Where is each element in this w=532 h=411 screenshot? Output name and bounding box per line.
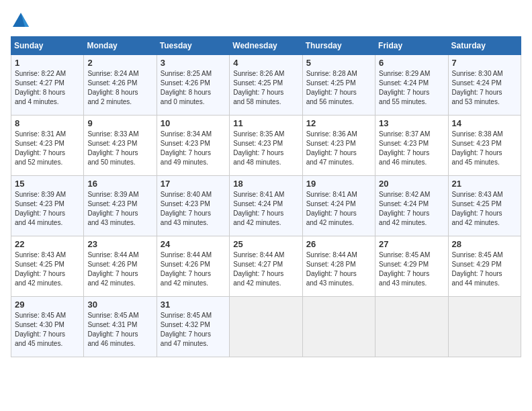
calendar-cell <box>302 297 375 357</box>
day-number: 30 <box>87 300 152 310</box>
day-info: Sunrise: 8:44 AM Sunset: 4:27 PM Dayligh… <box>233 250 298 288</box>
calendar-cell: 13Sunrise: 8:37 AM Sunset: 4:23 PM Dayli… <box>375 116 448 176</box>
day-number: 14 <box>452 118 517 128</box>
calendar-cell: 19Sunrise: 8:41 AM Sunset: 4:24 PM Dayli… <box>302 176 375 236</box>
day-info: Sunrise: 8:45 AM Sunset: 4:29 PM Dayligh… <box>452 250 517 288</box>
col-header-tuesday: Tuesday <box>157 37 229 55</box>
day-info: Sunrise: 8:33 AM Sunset: 4:23 PM Dayligh… <box>87 130 152 167</box>
page-header <box>11 11 521 31</box>
day-info: Sunrise: 8:43 AM Sunset: 4:25 PM Dayligh… <box>452 190 517 228</box>
day-number: 6 <box>379 58 444 68</box>
day-info: Sunrise: 8:31 AM Sunset: 4:23 PM Dayligh… <box>15 130 80 167</box>
logo <box>11 11 34 31</box>
day-number: 23 <box>87 239 152 249</box>
calendar-week-row: 8Sunrise: 8:31 AM Sunset: 4:23 PM Daylig… <box>11 116 521 176</box>
calendar-cell: 20Sunrise: 8:42 AM Sunset: 4:24 PM Dayli… <box>375 176 448 236</box>
day-number: 10 <box>161 118 226 128</box>
day-info: Sunrise: 8:35 AM Sunset: 4:23 PM Dayligh… <box>233 130 298 167</box>
day-info: Sunrise: 8:43 AM Sunset: 4:25 PM Dayligh… <box>15 250 80 288</box>
col-header-sunday: Sunday <box>11 37 84 55</box>
day-info: Sunrise: 8:44 AM Sunset: 4:26 PM Dayligh… <box>161 250 226 288</box>
day-number: 15 <box>15 179 80 189</box>
calendar-cell <box>448 297 521 357</box>
calendar-table: SundayMondayTuesdayWednesdayThursdayFrid… <box>11 36 521 357</box>
calendar-header-row: SundayMondayTuesdayWednesdayThursdayFrid… <box>11 37 521 55</box>
day-number: 22 <box>15 239 80 249</box>
calendar-cell: 22Sunrise: 8:43 AM Sunset: 4:25 PM Dayli… <box>11 236 84 297</box>
day-info: Sunrise: 8:22 AM Sunset: 4:27 PM Dayligh… <box>15 69 80 107</box>
calendar-week-row: 1Sunrise: 8:22 AM Sunset: 4:27 PM Daylig… <box>11 55 521 116</box>
day-number: 1 <box>15 58 80 68</box>
day-info: Sunrise: 8:29 AM Sunset: 4:24 PM Dayligh… <box>379 69 444 107</box>
calendar-cell: 31Sunrise: 8:45 AM Sunset: 4:32 PM Dayli… <box>157 297 229 357</box>
day-number: 11 <box>233 118 298 128</box>
col-header-wednesday: Wednesday <box>230 37 302 55</box>
day-info: Sunrise: 8:45 AM Sunset: 4:30 PM Dayligh… <box>15 311 80 349</box>
day-info: Sunrise: 8:25 AM Sunset: 4:26 PM Dayligh… <box>161 69 226 107</box>
calendar-cell: 21Sunrise: 8:43 AM Sunset: 4:25 PM Dayli… <box>448 176 521 236</box>
calendar-cell: 14Sunrise: 8:38 AM Sunset: 4:23 PM Dayli… <box>448 116 521 176</box>
day-number: 3 <box>161 58 226 68</box>
day-info: Sunrise: 8:30 AM Sunset: 4:24 PM Dayligh… <box>452 69 517 107</box>
day-info: Sunrise: 8:41 AM Sunset: 4:24 PM Dayligh… <box>306 190 371 228</box>
calendar-cell: 17Sunrise: 8:40 AM Sunset: 4:23 PM Dayli… <box>157 176 229 236</box>
day-info: Sunrise: 8:40 AM Sunset: 4:23 PM Dayligh… <box>161 190 226 228</box>
calendar-cell: 11Sunrise: 8:35 AM Sunset: 4:23 PM Dayli… <box>230 116 302 176</box>
calendar-cell <box>375 297 448 357</box>
day-info: Sunrise: 8:44 AM Sunset: 4:28 PM Dayligh… <box>306 250 371 288</box>
day-number: 19 <box>306 179 371 189</box>
calendar-cell: 29Sunrise: 8:45 AM Sunset: 4:30 PM Dayli… <box>11 297 84 357</box>
day-number: 2 <box>87 58 152 68</box>
day-info: Sunrise: 8:45 AM Sunset: 4:32 PM Dayligh… <box>161 311 226 349</box>
day-info: Sunrise: 8:45 AM Sunset: 4:31 PM Dayligh… <box>87 311 152 349</box>
day-number: 26 <box>306 239 371 249</box>
calendar-cell: 10Sunrise: 8:34 AM Sunset: 4:23 PM Dayli… <box>157 116 229 176</box>
calendar-cell: 4Sunrise: 8:26 AM Sunset: 4:25 PM Daylig… <box>230 55 302 116</box>
calendar-cell: 23Sunrise: 8:44 AM Sunset: 4:26 PM Dayli… <box>84 236 157 297</box>
day-number: 21 <box>452 179 517 189</box>
day-number: 5 <box>306 58 371 68</box>
day-number: 4 <box>233 58 298 68</box>
col-header-saturday: Saturday <box>448 37 521 55</box>
calendar-cell: 25Sunrise: 8:44 AM Sunset: 4:27 PM Dayli… <box>230 236 302 297</box>
calendar-cell: 1Sunrise: 8:22 AM Sunset: 4:27 PM Daylig… <box>11 55 84 116</box>
day-info: Sunrise: 8:41 AM Sunset: 4:24 PM Dayligh… <box>233 190 298 228</box>
day-number: 13 <box>379 118 444 128</box>
col-header-thursday: Thursday <box>302 37 375 55</box>
calendar-cell: 16Sunrise: 8:39 AM Sunset: 4:23 PM Dayli… <box>84 176 157 236</box>
day-info: Sunrise: 8:44 AM Sunset: 4:26 PM Dayligh… <box>87 250 152 288</box>
calendar-cell: 2Sunrise: 8:24 AM Sunset: 4:26 PM Daylig… <box>84 55 157 116</box>
day-number: 31 <box>161 300 226 310</box>
calendar-cell: 5Sunrise: 8:28 AM Sunset: 4:25 PM Daylig… <box>302 55 375 116</box>
calendar-cell: 6Sunrise: 8:29 AM Sunset: 4:24 PM Daylig… <box>375 55 448 116</box>
calendar-cell: 9Sunrise: 8:33 AM Sunset: 4:23 PM Daylig… <box>84 116 157 176</box>
calendar-cell: 8Sunrise: 8:31 AM Sunset: 4:23 PM Daylig… <box>11 116 84 176</box>
day-number: 25 <box>233 239 298 249</box>
calendar-cell: 7Sunrise: 8:30 AM Sunset: 4:24 PM Daylig… <box>448 55 521 116</box>
day-info: Sunrise: 8:36 AM Sunset: 4:23 PM Dayligh… <box>306 130 371 167</box>
day-info: Sunrise: 8:38 AM Sunset: 4:23 PM Dayligh… <box>452 130 517 167</box>
day-info: Sunrise: 8:42 AM Sunset: 4:24 PM Dayligh… <box>379 190 444 228</box>
calendar-week-row: 15Sunrise: 8:39 AM Sunset: 4:23 PM Dayli… <box>11 176 521 236</box>
day-info: Sunrise: 8:37 AM Sunset: 4:23 PM Dayligh… <box>379 130 444 167</box>
day-number: 18 <box>233 179 298 189</box>
day-info: Sunrise: 8:28 AM Sunset: 4:25 PM Dayligh… <box>306 69 371 107</box>
day-number: 24 <box>161 239 226 249</box>
calendar-week-row: 22Sunrise: 8:43 AM Sunset: 4:25 PM Dayli… <box>11 236 521 297</box>
day-info: Sunrise: 8:39 AM Sunset: 4:23 PM Dayligh… <box>87 190 152 228</box>
day-number: 8 <box>15 118 80 128</box>
day-number: 9 <box>87 118 152 128</box>
day-info: Sunrise: 8:24 AM Sunset: 4:26 PM Dayligh… <box>87 69 152 107</box>
col-header-friday: Friday <box>375 37 448 55</box>
day-number: 17 <box>161 179 226 189</box>
day-number: 7 <box>452 58 517 68</box>
calendar-cell: 12Sunrise: 8:36 AM Sunset: 4:23 PM Dayli… <box>302 116 375 176</box>
calendar-week-row: 29Sunrise: 8:45 AM Sunset: 4:30 PM Dayli… <box>11 297 521 357</box>
day-number: 12 <box>306 118 371 128</box>
calendar-cell: 27Sunrise: 8:45 AM Sunset: 4:29 PM Dayli… <box>375 236 448 297</box>
calendar-cell: 28Sunrise: 8:45 AM Sunset: 4:29 PM Dayli… <box>448 236 521 297</box>
day-number: 16 <box>87 179 152 189</box>
day-number: 29 <box>15 300 80 310</box>
day-number: 20 <box>379 179 444 189</box>
calendar-cell: 3Sunrise: 8:25 AM Sunset: 4:26 PM Daylig… <box>157 55 229 116</box>
